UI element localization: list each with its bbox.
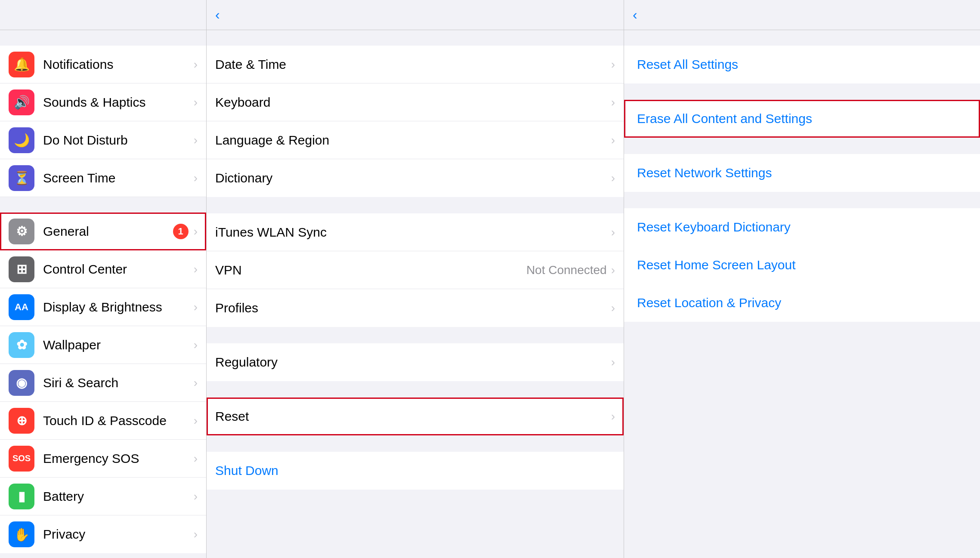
middle-label-keyboard: Keyboard (215, 95, 611, 110)
right-label-reset-network: Reset Network Settings (637, 166, 772, 180)
icon-battery: ▮ (9, 484, 34, 509)
icon-wallpaper: ✿ (9, 332, 34, 358)
chevron-notifications: › (194, 58, 198, 71)
middle-group-1: iTunes WLAN Sync › VPN Not Connected › P… (207, 213, 624, 327)
middle-item-language-region[interactable]: Language & Region › (207, 121, 624, 159)
sidebar-item-notifications[interactable]: 🔔 Notifications › (0, 46, 206, 83)
sidebar-item-general[interactable]: ⚙ General 1 › (0, 213, 206, 250)
sidebar-item-siri[interactable]: ◉ Siri & Search › (0, 364, 206, 402)
sidebar-item-battery[interactable]: ▮ Battery › (0, 478, 206, 515)
sidebar-item-do-not-disturb[interactable]: 🌙 Do Not Disturb › (0, 121, 206, 159)
right-back-button[interactable]: ‹ (633, 7, 639, 23)
label-sounds: Sounds & Haptics (43, 95, 194, 110)
middle-value-vpn: Not Connected (526, 263, 607, 277)
chevron-wallpaper: › (194, 338, 198, 352)
sidebar-item-screen-time[interactable]: ⏳ Screen Time › (0, 159, 206, 197)
middle-chevron-vpn: › (611, 263, 615, 277)
left-settings-list: 🔔 Notifications › 🔊 Sounds & Haptics › 🌙… (0, 30, 206, 558)
right-group-0: Reset All Settings (624, 46, 980, 83)
middle-label-itunes-wlan: iTunes WLAN Sync (215, 225, 611, 240)
right-label-erase-all: Erase All Content and Settings (637, 111, 812, 126)
right-nav-bar: ‹ (624, 0, 980, 30)
label-wallpaper: Wallpaper (43, 338, 194, 352)
middle-item-shut-down[interactable]: Shut Down (207, 452, 624, 490)
middle-item-dictionary[interactable]: Dictionary › (207, 159, 624, 197)
right-item-erase-all[interactable]: Erase All Content and Settings (624, 100, 980, 138)
middle-item-reset[interactable]: Reset › (207, 398, 624, 435)
right-group-1: Erase All Content and Settings (624, 100, 980, 138)
mid-divider-0 (207, 198, 624, 213)
left-column: 🔔 Notifications › 🔊 Sounds & Haptics › 🌙… (0, 0, 207, 558)
label-do-not-disturb: Do Not Disturb (43, 133, 194, 148)
right-divider-1 (624, 139, 980, 154)
middle-item-profiles[interactable]: Profiles › (207, 289, 624, 327)
middle-shutdown-group: Shut Down (207, 452, 624, 490)
sidebar-item-touch-id[interactable]: ⊕ Touch ID & Passcode › (0, 402, 206, 440)
top-divider-right (624, 30, 980, 46)
chevron-display: › (194, 300, 198, 314)
middle-item-date-time[interactable]: Date & Time › (207, 46, 624, 83)
middle-chevron-language-region: › (611, 133, 615, 147)
left-nav-bar (0, 0, 206, 30)
right-groups-container: Reset All Settings Erase All Content and… (624, 46, 980, 338)
mid-divider-2 (207, 382, 624, 398)
label-display: Display & Brightness (43, 300, 194, 314)
middle-item-regulatory[interactable]: Regulatory › (207, 343, 624, 381)
middle-item-keyboard[interactable]: Keyboard › (207, 83, 624, 121)
label-battery: Battery (43, 489, 194, 504)
right-label-reset-all-settings: Reset All Settings (637, 57, 738, 72)
middle-column: ‹ Date & Time › Keyboard › Language & Re… (207, 0, 624, 558)
icon-touch-id: ⊕ (9, 408, 34, 434)
top-divider-left (0, 30, 206, 46)
middle-chevron-dictionary: › (611, 171, 615, 185)
sidebar-item-wallpaper[interactable]: ✿ Wallpaper › (0, 326, 206, 364)
right-divider-0 (624, 84, 980, 100)
icon-siri: ◉ (9, 370, 34, 396)
chevron-do-not-disturb: › (194, 133, 198, 147)
icon-screen-time: ⏳ (9, 165, 34, 191)
right-item-reset-network[interactable]: Reset Network Settings (624, 154, 980, 192)
middle-chevron-date-time: › (611, 58, 615, 71)
middle-back-chevron: ‹ (215, 7, 220, 23)
sidebar-item-display[interactable]: AA Display & Brightness › (0, 288, 206, 326)
middle-group-3: Reset › (207, 398, 624, 435)
middle-chevron-reset: › (611, 410, 615, 423)
chevron-screen-time: › (194, 171, 198, 185)
label-screen-time: Screen Time (43, 171, 194, 185)
middle-label-language-region: Language & Region (215, 133, 611, 148)
right-label-reset-location: Reset Location & Privacy (637, 296, 781, 310)
label-notifications: Notifications (43, 57, 194, 72)
chevron-siri: › (194, 376, 198, 390)
middle-label-shut-down: Shut Down (215, 463, 615, 478)
icon-display: AA (9, 294, 34, 320)
right-item-reset-home[interactable]: Reset Home Screen Layout (624, 246, 980, 284)
left-items-container: 🔔 Notifications › 🔊 Sounds & Haptics › 🌙… (0, 46, 206, 553)
label-emergency-sos: Emergency SOS (43, 451, 194, 466)
right-item-reset-all-settings[interactable]: Reset All Settings (624, 46, 980, 83)
middle-groups-container: Date & Time › Keyboard › Language & Regi… (207, 46, 624, 490)
label-siri: Siri & Search (43, 376, 194, 390)
chevron-privacy: › (194, 527, 198, 541)
sidebar-item-sounds[interactable]: 🔊 Sounds & Haptics › (0, 83, 206, 121)
middle-back-button[interactable]: ‹ (215, 7, 222, 23)
icon-general: ⚙ (9, 219, 34, 244)
sidebar-item-emergency-sos[interactable]: SOS Emergency SOS › (0, 440, 206, 478)
chevron-sounds: › (194, 96, 198, 109)
icon-notifications: 🔔 (9, 52, 34, 77)
right-item-reset-keyboard[interactable]: Reset Keyboard Dictionary (624, 208, 980, 246)
middle-item-itunes-wlan[interactable]: iTunes WLAN Sync › (207, 213, 624, 251)
middle-item-vpn[interactable]: VPN Not Connected › (207, 251, 624, 289)
middle-label-vpn: VPN (215, 263, 526, 277)
middle-group-0: Date & Time › Keyboard › Language & Regi… (207, 46, 624, 197)
chevron-control-center: › (194, 262, 198, 276)
right-settings-list: Reset All Settings Erase All Content and… (624, 30, 980, 558)
right-item-reset-location[interactable]: Reset Location & Privacy (624, 284, 980, 322)
middle-group-2: Regulatory › (207, 343, 624, 381)
right-back-chevron: ‹ (633, 7, 637, 23)
middle-label-date-time: Date & Time (215, 57, 611, 72)
label-general: General (43, 224, 173, 239)
sidebar-item-control-center[interactable]: ⊞ Control Center › (0, 250, 206, 288)
settings-divider-4 (0, 197, 206, 213)
sidebar-item-privacy[interactable]: ✋ Privacy › (0, 515, 206, 553)
icon-sounds: 🔊 (9, 89, 34, 115)
